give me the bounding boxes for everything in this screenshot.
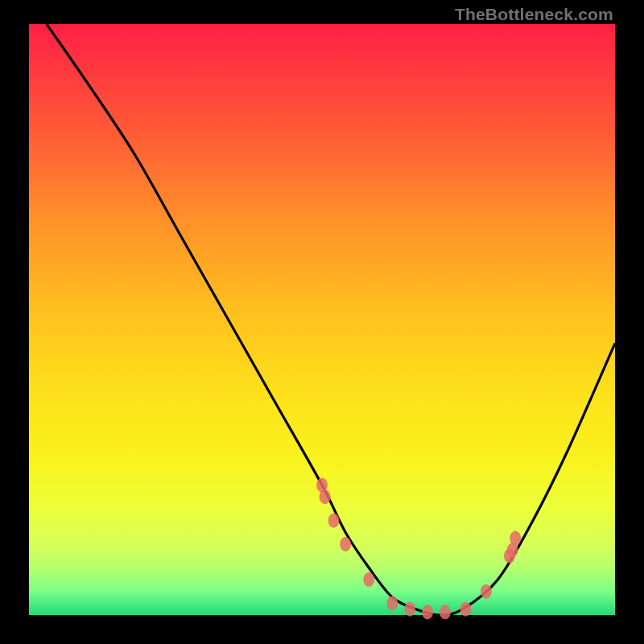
marker-point — [422, 605, 433, 619]
marker-point — [340, 537, 351, 551]
marker-point — [481, 584, 492, 599]
marker-point — [510, 531, 521, 546]
marker-point — [328, 514, 340, 528]
marker-point — [460, 602, 471, 617]
marker-group — [316, 478, 521, 620]
marker-point — [404, 602, 415, 617]
marker-point — [363, 572, 374, 587]
chart-frame — [29, 24, 615, 615]
chart-svg — [29, 24, 615, 615]
attribution-text: TheBottleneck.com — [453, 5, 615, 24]
marker-point — [320, 489, 331, 504]
marker-point — [440, 605, 451, 619]
marker-point — [386, 596, 398, 610]
